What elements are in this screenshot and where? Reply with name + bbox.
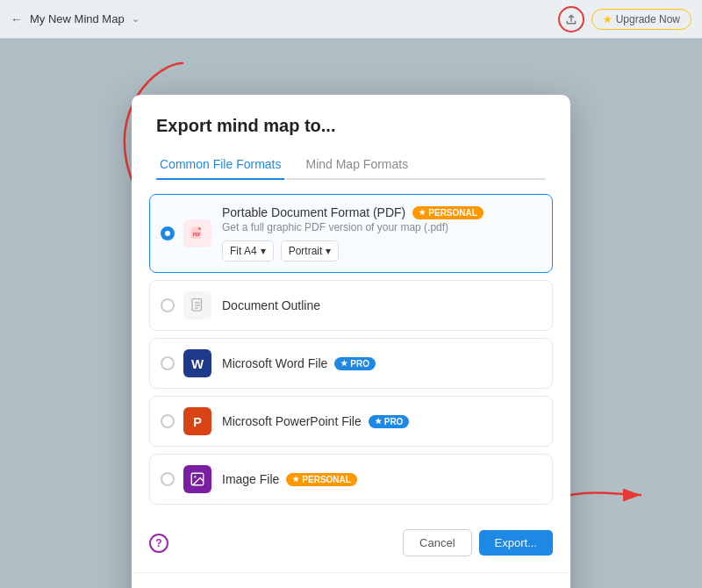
pdf-name: Portable Document Format (PDF) ★ PERSONA…	[222, 205, 541, 219]
export-button[interactable]: Export...	[479, 530, 553, 556]
svg-text:PDF: PDF	[193, 233, 201, 237]
format-item-word[interactable]: W Microsoft Word File ★ PRO	[149, 338, 553, 389]
topbar: ← My New Mind Map ⌄ ★ Upgrade Now	[0, 0, 702, 39]
topbar-title[interactable]: My New Mind Map	[30, 12, 125, 25]
ppt-info: Microsoft PowerPoint File ★ PRO	[222, 414, 541, 428]
badge-star-icon: ★	[375, 417, 382, 426]
chevron-down-icon: ▾	[261, 245, 266, 257]
go-pro-section: 🤖 💡 Go Pro Export to all formats, get un…	[132, 572, 570, 588]
svg-rect-4	[192, 299, 202, 312]
pdf-size-select[interactable]: Fit A4 ▾	[222, 240, 274, 262]
image-icon	[183, 465, 211, 493]
pdf-icon: PDF	[183, 219, 211, 247]
badge-star-icon: ★	[340, 359, 347, 368]
radio-pdf[interactable]	[161, 226, 175, 240]
export-modal: Export mind map to... Common File Format…	[132, 95, 570, 588]
radio-ppt[interactable]	[161, 414, 175, 428]
outline-name: Document Outline	[222, 298, 541, 312]
word-badge: ★ PRO	[334, 357, 376, 370]
star-icon: ★	[603, 13, 612, 25]
format-item-pdf[interactable]: PDF Portable Document Format (PDF) ★ PER…	[149, 194, 553, 273]
format-item-outline[interactable]: Document Outline	[149, 280, 553, 331]
ppt-name: Microsoft PowerPoint File ★ PRO	[222, 414, 541, 428]
pdf-info: Portable Document Format (PDF) ★ PERSONA…	[222, 205, 541, 262]
pdf-orientation-select[interactable]: Portrait ▾	[281, 240, 340, 262]
tab-mindmap-formats[interactable]: Mind Map Formats	[302, 150, 412, 180]
modal-tabs: Common File Formats Mind Map Formats	[156, 150, 546, 180]
modal-overlay: Export mind map to... Common File Format…	[0, 77, 702, 588]
word-info: Microsoft Word File ★ PRO	[222, 356, 541, 370]
badge-star-icon: ★	[292, 475, 299, 484]
badge-star-icon: ★	[419, 208, 426, 217]
pdf-desc: Get a full graphic PDF version of your m…	[222, 221, 541, 233]
chevron-down-icon: ⌄	[132, 13, 140, 25]
image-badge: ★ PERSONAL	[286, 473, 357, 486]
radio-word[interactable]	[161, 356, 175, 370]
modal-header: Export mind map to... Common File Format…	[132, 95, 570, 180]
word-icon: W	[183, 349, 211, 377]
modal-body: PDF Portable Document Format (PDF) ★ PER…	[132, 180, 570, 519]
outline-info: Document Outline	[222, 298, 541, 312]
cancel-button[interactable]: Cancel	[403, 529, 471, 556]
format-item-image[interactable]: Image File ★ PERSONAL	[149, 454, 553, 505]
radio-image[interactable]	[161, 472, 175, 486]
canvas-area: Export mind map to... Common File Format…	[0, 39, 702, 588]
image-name: Image File ★ PERSONAL	[222, 472, 541, 486]
format-item-ppt[interactable]: P Microsoft PowerPoint File ★ PRO	[149, 396, 553, 447]
upgrade-button[interactable]: ★ Upgrade Now	[591, 9, 691, 30]
svg-point-9	[194, 476, 196, 477]
back-arrow-icon[interactable]: ←	[11, 12, 23, 26]
pdf-badge: ★ PERSONAL	[412, 206, 484, 219]
ppt-icon: P	[183, 407, 211, 435]
upload-icon-button[interactable]	[558, 6, 584, 32]
modal-title: Export mind map to...	[156, 116, 546, 136]
word-name: Microsoft Word File ★ PRO	[222, 356, 541, 370]
help-icon-button[interactable]: ?	[149, 534, 168, 553]
chevron-down-icon: ▾	[326, 245, 331, 257]
radio-outline[interactable]	[161, 298, 175, 312]
tab-common-formats[interactable]: Common File Formats	[156, 150, 284, 180]
image-info: Image File ★ PERSONAL	[222, 472, 541, 486]
modal-footer: ? Cancel Export...	[132, 519, 570, 572]
ppt-badge: ★ PRO	[369, 415, 410, 428]
outline-icon	[183, 291, 211, 319]
pdf-options: Fit A4 ▾ Portrait ▾	[222, 240, 541, 262]
